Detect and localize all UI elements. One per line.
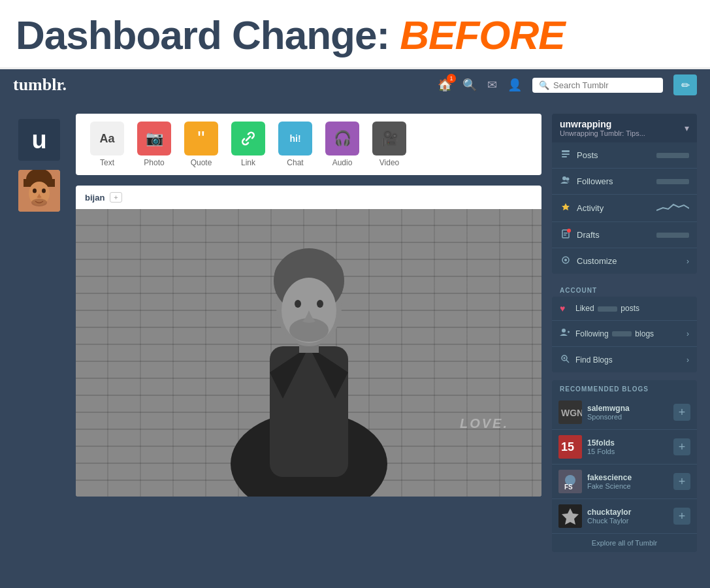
blog-info: unwrapping Unwrapping Tumblr: Tips... xyxy=(560,119,645,137)
quote-label: Quote xyxy=(191,158,212,167)
rec-follow-15folds[interactable]: + xyxy=(673,438,690,455)
rec-follow-chucktaylor[interactable]: + xyxy=(673,508,690,525)
audio-icon: 🎧 xyxy=(325,122,359,155)
recommended-title: RECOMMENDED BLOGS xyxy=(552,380,697,395)
customize-chevron-icon: › xyxy=(686,257,689,266)
post-header: bijan + xyxy=(76,186,541,209)
posts-value xyxy=(656,153,689,158)
liked-count-blur xyxy=(598,306,617,312)
account-menu: ♥ Liked posts Following blogs › xyxy=(552,297,697,372)
recommended-section: RECOMMENDED BLOGS WGN salemwgna Sponsore… xyxy=(552,380,697,552)
explore-all-link[interactable]: Explore all of Tumblr xyxy=(552,534,697,552)
rec-avatar-15folds: 15 xyxy=(558,435,582,459)
rec-sub-chucktaylor: Chuck Taylor xyxy=(587,517,668,525)
rec-name-salemwgna: salemwgna xyxy=(587,404,668,413)
recommended-item-chucktaylor[interactable]: chucktaylor Chuck Taylor + xyxy=(552,499,697,534)
search-bar[interactable]: 🔍 xyxy=(532,78,663,93)
post-type-photo[interactable]: 📷 Photo xyxy=(133,122,175,167)
explore-icon[interactable]: 🔍 xyxy=(462,78,477,92)
post-type-text[interactable]: Aa Text xyxy=(86,122,128,167)
liked-icon: ♥ xyxy=(560,303,572,314)
rec-sub-15folds: 15 Folds xyxy=(587,448,668,455)
following-icon xyxy=(560,327,572,340)
post-follow-button[interactable]: + xyxy=(110,192,121,203)
svg-point-19 xyxy=(562,176,566,180)
post-type-audio[interactable]: 🎧 Audio xyxy=(321,122,363,167)
following-text: Following blogs xyxy=(575,329,683,338)
account-icon[interactable]: 👤 xyxy=(508,78,522,92)
customize-icon xyxy=(560,255,572,267)
sidebar-item-drafts[interactable]: Drafts xyxy=(552,222,697,248)
blog-chevron-icon[interactable]: ▾ xyxy=(685,123,689,133)
svg-point-4 xyxy=(33,189,37,193)
sidebar-item-customize[interactable]: Customize › xyxy=(552,248,697,274)
followers-icon xyxy=(560,175,572,188)
photo-label: Photo xyxy=(144,158,164,167)
user-face xyxy=(18,170,60,212)
edit-button[interactable]: ✏ xyxy=(673,74,697,95)
video-icon: 🎥 xyxy=(372,122,406,155)
sidebar-item-posts[interactable]: Posts xyxy=(552,142,697,169)
customize-label: Customize xyxy=(577,256,681,266)
text-label: Text xyxy=(100,158,114,167)
blog-avatar[interactable]: u xyxy=(18,119,60,161)
svg-text:FS: FS xyxy=(564,483,573,491)
recommended-item-fakescience[interactable]: FS fakescience Fake Science + xyxy=(552,465,697,499)
feed-post: bijan + xyxy=(76,186,541,497)
video-label: Video xyxy=(379,158,399,167)
search-input[interactable] xyxy=(553,80,656,90)
home-icon[interactable]: 🏠 1 xyxy=(438,78,452,92)
recommended-item-salemwgna[interactable]: WGN salemwgna Sponsored + xyxy=(552,395,697,430)
audio-label: Audio xyxy=(332,158,353,167)
account-item-following[interactable]: Following blogs › xyxy=(552,321,697,347)
svg-point-27 xyxy=(564,259,567,261)
link-label: Link xyxy=(241,158,255,167)
recommended-item-15folds[interactable]: 15 15folds 15 Folds + xyxy=(552,430,697,465)
svg-rect-16 xyxy=(562,150,570,152)
sidebar-item-activity[interactable]: Activity xyxy=(552,195,697,222)
rec-sub-salemwgna: Sponsored xyxy=(587,413,668,421)
chat-label: Chat xyxy=(287,158,303,167)
rec-follow-salemwgna[interactable]: + xyxy=(673,404,690,421)
drafts-label: Drafts xyxy=(577,230,651,240)
messages-icon[interactable]: ✉ xyxy=(487,78,497,92)
account-item-liked[interactable]: ♥ Liked posts xyxy=(552,297,697,321)
posts-icon xyxy=(560,149,572,161)
post-type-link[interactable]: Link xyxy=(227,122,269,167)
following-count-blur xyxy=(612,331,632,336)
right-sidebar: unwrapping Unwrapping Tumblr: Tips... ▾ … xyxy=(552,114,697,552)
sidebar-menu: Posts Followers Activity xyxy=(552,142,697,274)
banner-title-prefix: Dashboard Change: xyxy=(16,12,389,57)
account-item-find-blogs[interactable]: Find Blogs › xyxy=(552,347,697,372)
sidebar-item-followers[interactable]: Followers xyxy=(552,169,697,195)
rec-name-fakescience: fakescience xyxy=(587,473,668,482)
activity-icon xyxy=(560,202,572,214)
blog-header[interactable]: unwrapping Unwrapping Tumblr: Tips... ▾ xyxy=(552,114,697,142)
post-image: LOVE. xyxy=(76,209,541,497)
svg-rect-25 xyxy=(564,235,566,236)
banner-title: Dashboard Change: BEFORE xyxy=(16,12,694,58)
chat-icon: hi! xyxy=(278,122,312,155)
activity-label: Activity xyxy=(577,203,651,213)
account-section-title: ACCOUNT xyxy=(552,282,697,297)
text-icon: Aa xyxy=(90,122,124,155)
svg-point-14 xyxy=(295,300,301,308)
center-panel: Aa Text 📷 Photo " Quote Link hi! xyxy=(76,114,541,497)
rec-info-chucktaylor: chucktaylor Chuck Taylor xyxy=(587,508,668,525)
svg-point-23 xyxy=(567,229,571,233)
user-avatar[interactable] xyxy=(18,170,60,212)
followers-value xyxy=(656,179,689,184)
drafts-icon xyxy=(560,229,572,241)
svg-point-15 xyxy=(317,300,323,308)
svg-point-5 xyxy=(42,189,46,193)
find-blogs-text: Find Blogs xyxy=(575,355,683,365)
rec-name-chucktaylor: chucktaylor xyxy=(587,508,668,517)
post-type-quote[interactable]: " Quote xyxy=(180,122,222,167)
find-blogs-icon xyxy=(560,353,572,366)
post-type-chat[interactable]: hi! Chat xyxy=(274,122,316,167)
post-username[interactable]: bijan xyxy=(85,193,105,203)
banner: Dashboard Change: BEFORE xyxy=(0,0,710,69)
left-panel: u xyxy=(13,114,65,212)
post-type-video[interactable]: 🎥 Video xyxy=(368,122,410,167)
rec-follow-fakescience[interactable]: + xyxy=(673,473,690,490)
